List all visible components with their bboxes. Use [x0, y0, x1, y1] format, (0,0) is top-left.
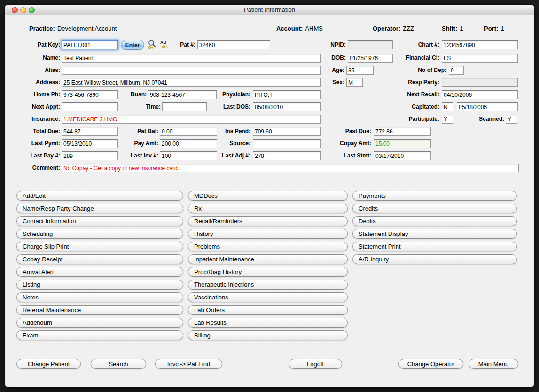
menu-therapeutic-injections[interactable]: Therapeutic Injections: [188, 280, 348, 290]
menu-credits[interactable]: Credits: [352, 204, 517, 213]
menu-notes[interactable]: Notes: [16, 292, 183, 302]
patient-information-window: Patient Information Practice:Development…: [5, 5, 534, 387]
physician-input[interactable]: [253, 90, 321, 99]
menu-charge-slip-print[interactable]: Charge Slip Print: [16, 242, 183, 251]
home-ph-input[interactable]: [62, 90, 118, 99]
menu-listing[interactable]: Listing: [16, 280, 183, 290]
menu-history[interactable]: History: [188, 229, 348, 239]
practice-value: Development Account: [57, 25, 117, 32]
sex-input[interactable]: [346, 78, 363, 87]
practice-field: Practice:Development Account: [29, 25, 117, 32]
menu-statement-display[interactable]: Statement Display: [352, 229, 517, 239]
menu-payments[interactable]: Payments: [352, 191, 517, 201]
next-appt-input[interactable]: [62, 102, 118, 111]
pat-bal-label: Pat Bal:: [122, 127, 158, 136]
menu-copay-receipt[interactable]: Copay Receipt: [16, 254, 183, 264]
npid-input[interactable]: [348, 40, 393, 49]
menu-proc-diag-history[interactable]: Proc/Diag History: [188, 267, 348, 277]
last-pay-no-input[interactable]: [62, 151, 118, 160]
dob-input[interactable]: [348, 54, 393, 63]
name-input[interactable]: [62, 54, 321, 63]
copay-amt-input[interactable]: [374, 139, 431, 148]
window-title: Patient Information: [5, 5, 534, 15]
change-patient-button[interactable]: Change Patient: [16, 359, 81, 369]
insurance-label: Insurance:: [18, 115, 60, 124]
menu-lab-results[interactable]: Lab Results: [188, 318, 348, 328]
menu-referral-maintenance[interactable]: Referral Maintenance: [16, 305, 183, 315]
minimize-button[interactable]: [20, 7, 26, 13]
last-stmt-input[interactable]: [374, 151, 431, 160]
menu-name-resp-party-change[interactable]: Name/Resp Party Change: [16, 204, 183, 213]
close-button[interactable]: [12, 7, 18, 13]
pat-no-input[interactable]: [197, 40, 270, 49]
last-pymt-input[interactable]: [62, 139, 118, 148]
npid-label: NPID:: [312, 40, 346, 49]
menu-billing[interactable]: Billing: [188, 330, 348, 340]
alias-input[interactable]: [62, 66, 321, 75]
scanned-label: Scanned:: [468, 115, 504, 124]
ins-pend-input[interactable]: [253, 127, 321, 136]
pat-bal-input[interactable]: [160, 127, 217, 136]
busn-input[interactable]: [148, 90, 217, 99]
menu-ar-inquiry[interactable]: A/R Inquiry: [352, 254, 517, 264]
zoom-button[interactable]: [29, 7, 35, 13]
no-of-dep-input[interactable]: [449, 66, 464, 75]
menu-scheduling[interactable]: Scheduling: [16, 229, 183, 239]
pay-amt-label: Pay Amt:: [122, 139, 158, 148]
invc-pat-find-button[interactable]: Invc -> Pat Find: [155, 359, 222, 369]
participate-input[interactable]: [442, 115, 453, 124]
logoff-button[interactable]: Logoff: [289, 359, 342, 369]
financial-cl-input[interactable]: [442, 54, 518, 63]
last-adj-no-input[interactable]: [253, 151, 321, 160]
menu-contact-information[interactable]: Contact Information: [16, 216, 183, 226]
last-dos-label: Last DOS:: [211, 102, 250, 111]
menu-inpatient-maintenance[interactable]: Inpatient Maintenance: [188, 254, 348, 264]
menu-exam[interactable]: Exam: [16, 330, 183, 340]
enter-button[interactable]: Enter: [121, 40, 144, 50]
physician-label: Physician:: [211, 90, 250, 99]
insurance-input[interactable]: [62, 115, 321, 124]
menu-debits[interactable]: Debits: [352, 216, 517, 226]
next-recall-input[interactable]: [442, 90, 518, 99]
menu-rx[interactable]: Rx: [188, 204, 348, 213]
comment-input[interactable]: [62, 164, 519, 172]
pay-amt-input[interactable]: [160, 139, 217, 148]
time-input[interactable]: [162, 102, 207, 111]
past-due-input[interactable]: [374, 127, 431, 136]
menu-mddocs[interactable]: MDDocs: [188, 191, 348, 201]
window-titlebar[interactable]: Patient Information: [5, 5, 534, 15]
menu-addendum[interactable]: Addendum: [16, 318, 183, 328]
source-input[interactable]: [253, 139, 321, 148]
main-menu-button[interactable]: Main Menu: [469, 359, 518, 369]
total-due-input[interactable]: [62, 127, 118, 136]
shift-label: Shift:: [442, 25, 457, 32]
capitated-input[interactable]: [442, 102, 453, 111]
last-dos-input[interactable]: [253, 102, 321, 111]
name-label: Name:: [18, 54, 60, 63]
account-value: AHMS: [305, 25, 323, 32]
search-button[interactable]: Search: [91, 359, 146, 369]
resp-party-input[interactable]: [442, 78, 518, 87]
last-adj-no-label: Last Adj #:: [214, 151, 250, 160]
scanned-input[interactable]: [506, 115, 517, 124]
chart-no-input[interactable]: [442, 40, 518, 49]
capitated-date-input[interactable]: [457, 102, 518, 111]
menu-add-edit[interactable]: Add/Edit: [16, 191, 183, 201]
menu-recall-reminders[interactable]: Recall/Reminders: [188, 216, 348, 226]
age-input[interactable]: [346, 66, 374, 75]
menu-arrival-alert[interactable]: Arrival Alert: [16, 267, 183, 277]
menu-vaccinations[interactable]: Vaccinations: [188, 292, 348, 302]
last-inv-no-input[interactable]: [160, 151, 217, 160]
menu-lab-orders[interactable]: Lab Orders: [188, 305, 348, 315]
next-appt-label: Next Appt:: [18, 102, 60, 111]
menu-statement-print[interactable]: Statement Print: [352, 242, 517, 251]
menu-problems[interactable]: Problems: [188, 242, 348, 251]
operator-value: ZZZ: [403, 25, 414, 32]
last-pymt-label: Last Pymt:: [18, 139, 60, 148]
address-input[interactable]: [62, 78, 321, 87]
pat-key-input[interactable]: [62, 40, 118, 49]
search-key-icon[interactable]: [147, 39, 159, 49]
change-operator-button[interactable]: Change Operator: [398, 359, 463, 369]
practice-label: Practice:: [29, 25, 55, 32]
operator-label: Operator:: [373, 25, 400, 32]
